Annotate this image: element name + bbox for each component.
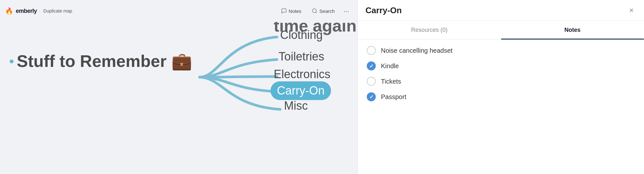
item-label-passport: Passport xyxy=(381,93,406,101)
item-label-kindle: Kindle xyxy=(381,62,399,70)
checkbox-tickets[interactable] xyxy=(367,77,376,86)
list-item: Tickets xyxy=(367,77,635,86)
branch-carry-on[interactable]: Carry-On xyxy=(270,81,331,100)
logo-text: emberly xyxy=(16,8,37,14)
notes-label: Notes xyxy=(289,8,301,14)
tab-resources[interactable]: Resources (0) xyxy=(358,21,501,39)
list-item: Passport xyxy=(367,92,635,101)
checkbox-kindle[interactable] xyxy=(367,61,376,70)
panel-header: Carry-On × xyxy=(358,0,644,21)
logo-icon: 🔥 xyxy=(5,7,13,15)
duplicate-map-button[interactable]: Duplicate map xyxy=(41,7,75,15)
more-options-button[interactable]: ··· xyxy=(340,5,352,17)
panel-notes-content: Noise cancelling headset Kindle Tickets … xyxy=(358,40,644,108)
more-icon: ··· xyxy=(344,7,349,14)
tab-notes-label: Notes xyxy=(564,27,581,33)
branch-toiletries[interactable]: Toiletries xyxy=(279,50,324,63)
panel-tabs: Resources (0) Notes xyxy=(358,21,644,40)
notes-button[interactable]: Notes xyxy=(277,6,306,16)
list-item: Kindle xyxy=(367,61,635,70)
notes-icon xyxy=(281,8,287,14)
item-label-tickets: Tickets xyxy=(381,78,401,85)
mindmap-canvas: 🔥 emberly Duplicate map Notes Search ··· xyxy=(0,0,357,174)
list-item: Noise cancelling headset xyxy=(367,46,635,55)
branch-electronics[interactable]: Electronics xyxy=(274,68,330,81)
search-button[interactable]: Search xyxy=(307,6,339,16)
checkbox-noise-cancelling[interactable] xyxy=(367,46,376,55)
svg-line-1 xyxy=(316,12,317,13)
right-panel: Carry-On × Resources (0) Notes Noise can… xyxy=(357,0,644,174)
branches-svg xyxy=(0,0,290,174)
tab-notes[interactable]: Notes xyxy=(501,21,644,39)
central-node-text: Stuff to Remember 💼 xyxy=(17,51,192,71)
central-dot xyxy=(10,60,14,63)
panel-title: Carry-On xyxy=(365,5,402,15)
logo-area: 🔥 emberly xyxy=(5,7,37,15)
topbar: 🔥 emberly Duplicate map Notes Search ··· xyxy=(0,0,357,22)
checkbox-passport[interactable] xyxy=(367,92,376,101)
close-panel-button[interactable]: × xyxy=(627,5,636,15)
branch-misc[interactable]: Misc xyxy=(284,99,308,113)
item-label-noise-cancelling: Noise cancelling headset xyxy=(381,47,452,54)
branch-clothing[interactable]: Clothing xyxy=(280,28,323,42)
topbar-actions: Notes Search ··· xyxy=(277,5,352,17)
svg-point-0 xyxy=(312,9,316,13)
search-icon xyxy=(312,8,317,14)
tab-resources-label: Resources (0) xyxy=(411,27,448,33)
search-label: Search xyxy=(319,8,335,14)
central-node: Stuff to Remember 💼 xyxy=(10,51,192,71)
